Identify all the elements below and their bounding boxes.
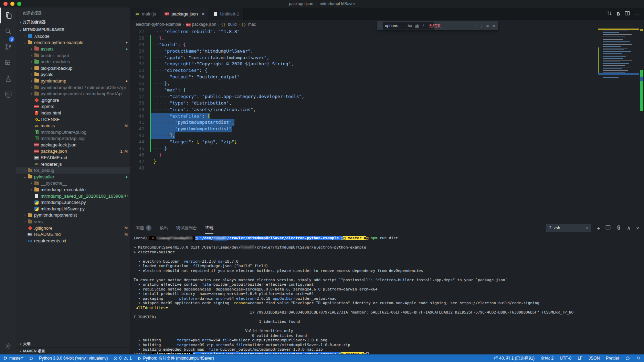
tree-item--vscode[interactable]: ›.vscode xyxy=(16,33,130,40)
breadcrumb-item[interactable]: npmpackage.json xyxy=(186,22,217,27)
status-lf[interactable]: LF xyxy=(578,356,582,361)
tab-main-js[interactable]: JSmain.js xyxy=(131,8,160,20)
tree-item-mitmdump-saved-url-20200108-163909-txt[interactable]: mitmdump_saved_url_20200108_163909.txtU xyxy=(16,193,130,199)
tab-package-json[interactable]: npmpackage.json× xyxy=(160,8,209,20)
code-line-32[interactable]: 32····"copyright":"Copyright © 2020 ${au… xyxy=(131,61,592,67)
open-editors-section[interactable]: › 打开的编辑器 xyxy=(16,19,130,26)
tree-item-mitmdumpurlsaver-py[interactable]: mitmdumpUrlSaver.py xyxy=(16,206,130,212)
tree-item-old-post-backup[interactable]: ›old-post-backup xyxy=(16,65,130,72)
code-editor[interactable]: 27····"electron-rebuild": "^1.8.8"28··},… xyxy=(131,29,592,222)
status-40-1-91[interactable]: 行 40, 列 1 (已选择91) xyxy=(494,355,535,361)
match-case-icon[interactable]: Aa xyxy=(408,24,412,28)
find-close-icon[interactable]: × xyxy=(492,23,495,29)
kill-terminal-icon[interactable] xyxy=(616,225,621,231)
tree-item-license[interactable]: LICENSE xyxy=(16,116,130,123)
breadcrumb-item[interactable]: {} build xyxy=(221,22,236,27)
maximize-panel-icon[interactable]: ∧ xyxy=(627,225,631,231)
tree-item-assets[interactable]: ›assets● xyxy=(16,46,130,52)
code-line-42[interactable]: 42········"pymitmdumpotherdist" xyxy=(131,126,592,132)
tree-item-requirements-txt[interactable]: piprequirements.txt xyxy=(16,238,130,244)
code-line-41[interactable]: 41········"pymitmdumpstartdist", xyxy=(131,119,592,126)
tree-item-package-json[interactable]: npmpackage.json1, M xyxy=(16,148,130,155)
close-panel-icon[interactable]: × xyxy=(636,225,639,231)
tree-item-pymitmdump[interactable]: ›pymitmdump● xyxy=(16,78,130,84)
find-toggle-replace-icon[interactable]: › xyxy=(377,24,383,28)
tree-item-builder-output[interactable]: ›builder_output xyxy=(16,52,130,59)
code-line-34[interactable]: 34······"output": "builder_output" xyxy=(131,74,592,80)
breadcrumb-item[interactable]: {} mac xyxy=(241,22,256,27)
code-line-37[interactable]: 37······"category": "public.app-category… xyxy=(131,94,592,100)
code-line-47[interactable]: 47} xyxy=(131,158,592,165)
code-line-35[interactable]: 35····}, xyxy=(131,80,592,87)
tree-item--gitignore[interactable]: .gitignore xyxy=(16,97,130,103)
code-line-28[interactable]: 28··}, xyxy=(131,35,592,42)
more-actions-icon[interactable]: ⋯ xyxy=(635,11,639,17)
code-line-30[interactable]: 30····"productName":"mitmdumpUrlSaver", xyxy=(131,48,592,55)
tree-item-mitmdumplauncher-py[interactable]: mitmdumpLauncher.py xyxy=(16,199,130,206)
code-line-33[interactable]: 33····"directories": { xyxy=(131,67,592,74)
regex-icon[interactable]: .* xyxy=(422,24,424,28)
workspace-section[interactable]: ⌄ MITMDUMPURLSAVER xyxy=(16,26,130,33)
tree-item--pycache-[interactable]: ›__pycache__ xyxy=(16,180,130,187)
tree-item-package-lock-json[interactable]: npmpackage-lock.json xyxy=(16,142,130,148)
remote-explorer-icon[interactable] xyxy=(0,87,16,102)
status-sync[interactable] xyxy=(29,356,33,361)
tree-item-node-modules[interactable]: ›node_modules xyxy=(16,58,130,65)
code-line-44[interactable]: 44······"target": [ "pkg", "zip"] xyxy=(131,139,592,145)
code-line-38[interactable]: 38······"type": "distribution", xyxy=(131,100,592,107)
status-json[interactable]: JSON xyxy=(589,356,600,361)
status-utf-8[interactable]: UTF-8 xyxy=(560,356,571,361)
code-line-39[interactable]: 39······"icon": "assets/icon/icon.icns", xyxy=(131,107,592,113)
panel-tab-终端[interactable]: 终端 xyxy=(205,222,213,234)
find-in-selection-icon[interactable]: ≡ xyxy=(486,23,489,29)
tree-item-for-debug[interactable]: ›for_debug xyxy=(16,167,130,174)
tree-item-electron-python-example[interactable]: ⌄electron-python-example● xyxy=(16,40,130,46)
find-next-icon[interactable]: ↓ xyxy=(481,23,483,29)
tree-item-mitmdump-executable[interactable]: ›mitmdump_executable xyxy=(16,186,130,193)
status-prettier[interactable]: Prettier xyxy=(606,356,619,361)
code-line-40[interactable]: 40······"extraFiles": [ xyxy=(131,113,592,120)
tree-item-venv[interactable]: ›venv xyxy=(16,218,130,225)
status-1[interactable]: 1 xyxy=(124,356,132,361)
status-master[interactable]: master* xyxy=(3,356,23,361)
tab-untitled-1[interactable]: Untitled-1 xyxy=(209,8,244,20)
breadcrumb-item[interactable]: electron-python-example xyxy=(136,22,181,27)
status-bell[interactable] xyxy=(636,356,641,361)
code-line-48[interactable]: 48 xyxy=(131,165,592,172)
new-terminal-icon[interactable]: + xyxy=(597,225,600,231)
code-line-46[interactable]: 46··} xyxy=(131,152,592,158)
code-line-29[interactable]: 29··"build": { xyxy=(131,42,592,48)
outline-section[interactable]: › 大纲 xyxy=(16,340,130,347)
minimize-window-button[interactable] xyxy=(10,2,14,6)
maven-section[interactable]: › MAVEN 项目 xyxy=(16,347,130,354)
tree-item-mitmdumpstartapi-log[interactable]: mitmdumpStartApi.log xyxy=(16,135,130,142)
find-previous-icon[interactable]: ↑ xyxy=(475,23,477,29)
tree-item-pymitmdumpotherdist[interactable]: ›pymitmdumpotherdist xyxy=(16,212,130,219)
code-line-45[interactable]: 45····} xyxy=(131,145,592,152)
manage-icon[interactable] xyxy=(0,338,16,354)
tree-item-main-js[interactable]: JSmain.jsM xyxy=(16,122,130,129)
terminal-output[interactable]: (venv) ✗ limao@fibombp021 □ ~/dev/FiboDT… xyxy=(134,236,643,354)
code-line-43[interactable]: 43······], xyxy=(131,132,592,139)
zoom-window-button[interactable] xyxy=(17,2,21,6)
window-controls[interactable] xyxy=(3,2,21,6)
tree-item-pyinstaller[interactable]: ⌄pyinstaller● xyxy=(16,174,130,180)
status-2[interactable]: 空格: 2 xyxy=(541,355,553,361)
close-tab-icon[interactable]: × xyxy=(202,11,205,17)
tree-item-renderer-js[interactable]: JSrenderer.js xyxy=(16,161,130,167)
extensions-icon[interactable] xyxy=(0,55,16,71)
panel-tab-问题[interactable]: 问题1 xyxy=(136,222,151,234)
tree-item-mitmdumpotherapi-log[interactable]: mitmdumpOtherApi.log xyxy=(16,129,130,135)
tree-item-pymitmdumpotherdist-mitmdumpotherapi[interactable]: ›pymitmdumpotherdist / mitmdumpOtherApi xyxy=(16,84,130,91)
split-editor-icon[interactable] xyxy=(625,11,630,17)
source-control-icon[interactable]: 8 xyxy=(0,39,16,55)
code-line-31[interactable]: 31····"appId": "com.crifan.mitmdumpurlsa… xyxy=(131,55,592,61)
tree-item-index-html[interactable]: 5index.html xyxy=(16,110,130,116)
tree-item-readme-md[interactable]: M+README.mdM xyxy=(16,231,130,238)
explorer-icon[interactable] xyxy=(0,8,16,23)
code-line-27[interactable]: 27····"electron-rebuild": "^1.8.8" xyxy=(131,29,592,35)
tree-item-readme-md[interactable]: M+README.md xyxy=(16,154,130,161)
status-smiley[interactable] xyxy=(625,356,630,361)
status-0[interactable]: 0 xyxy=(113,356,122,361)
code-line-36[interactable]: 36····"mac": { xyxy=(131,87,592,94)
